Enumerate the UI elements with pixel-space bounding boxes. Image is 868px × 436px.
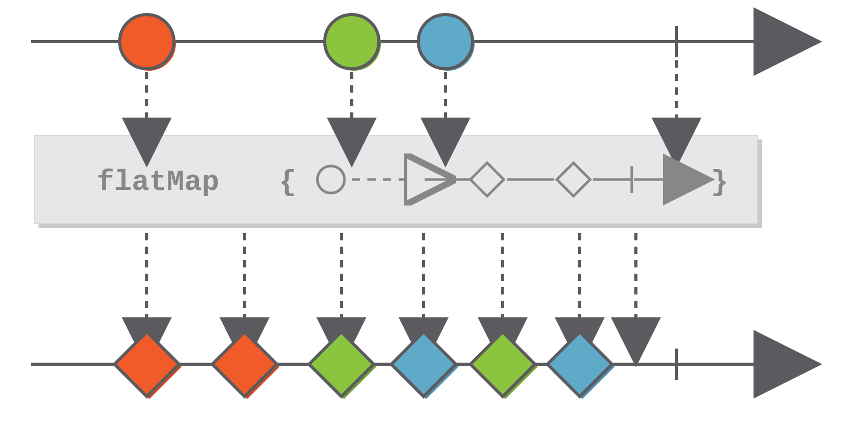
output-diamond-2	[309, 332, 374, 396]
output-diamond-5	[547, 332, 612, 396]
output-diamond-1	[212, 332, 277, 396]
input-marble-0	[120, 15, 174, 69]
output-diamond-4	[470, 332, 535, 396]
input-marble-1	[325, 15, 379, 69]
output-diamond-3	[391, 332, 456, 396]
input-marble-2	[418, 15, 473, 69]
marble-diagram: flatMap{}	[0, 0, 868, 436]
brace-open: {	[279, 165, 297, 199]
output-diamond-0	[114, 332, 179, 396]
brace-close: }	[711, 165, 729, 199]
operator-name-label: flatMap	[97, 165, 219, 199]
